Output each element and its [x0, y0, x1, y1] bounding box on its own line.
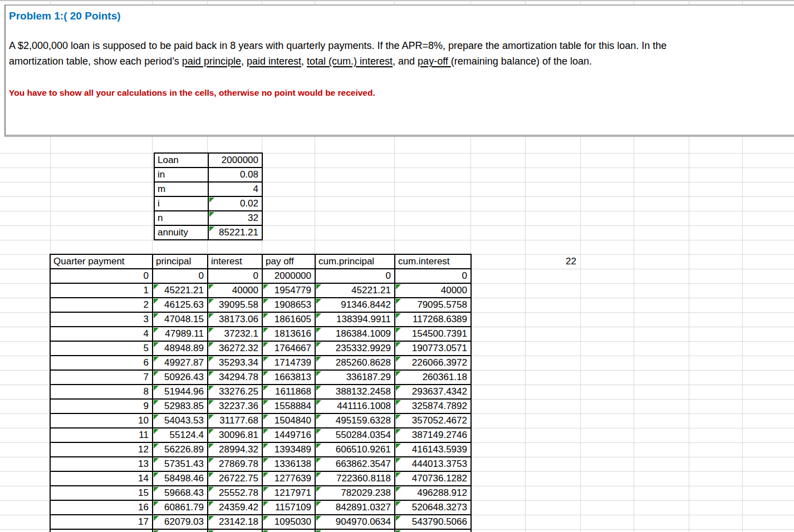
quarter-cell[interactable]: 17 [50, 515, 153, 529]
quarter-cell[interactable]: 11 [50, 428, 153, 442]
value-cell[interactable]: 260361.18 [395, 370, 471, 385]
value-cell[interactable] [315, 529, 395, 532]
value-cell[interactable]: 606510.9261 [315, 442, 395, 457]
value-cell[interactable]: 1813616 [262, 327, 315, 341]
value-cell[interactable]: 1908653 [262, 298, 315, 312]
quarter-cell[interactable]: 14 [50, 471, 153, 486]
value-cell[interactable]: 28994.32 [208, 442, 262, 457]
quarter-cell[interactable]: 4 [50, 327, 153, 341]
value-cell[interactable]: 357052.4672 [395, 413, 471, 428]
quarter-cell[interactable]: 12 [50, 442, 153, 457]
value-cell[interactable]: 1157109 [262, 500, 315, 515]
value-cell[interactable]: 37232.1 [208, 327, 262, 341]
value-cell[interactable]: 39095.58 [208, 298, 262, 312]
value-cell[interactable]: 1095030 [262, 515, 315, 529]
value-cell[interactable]: 663862.3547 [315, 457, 395, 471]
column-header-cell[interactable]: principal [153, 254, 208, 269]
param-value-cell[interactable]: 2000000 [208, 153, 262, 168]
value-cell[interactable] [262, 529, 315, 532]
value-cell[interactable]: 54043.53 [153, 413, 208, 428]
value-cell[interactable]: 1663813 [262, 370, 315, 385]
value-cell[interactable]: 293637.4342 [395, 385, 471, 399]
value-cell[interactable]: 79095.5758 [395, 298, 471, 312]
value-cell[interactable]: 1336138 [262, 457, 315, 471]
value-cell[interactable]: 25552.78 [208, 486, 262, 500]
value-cell[interactable]: 24359.42 [208, 500, 262, 515]
value-cell[interactable]: 520648.3273 [395, 500, 471, 515]
param-label-cell[interactable]: Loan [154, 153, 208, 168]
value-cell[interactable]: 52983.85 [153, 399, 208, 413]
value-cell[interactable]: 35293.34 [208, 356, 262, 370]
value-cell[interactable]: 117268.6389 [395, 312, 471, 327]
value-cell[interactable]: 45221.21 [315, 283, 395, 298]
value-cell[interactable]: 60861.79 [153, 500, 208, 515]
value-cell[interactable]: 1449716 [262, 428, 315, 442]
param-value-cell[interactable]: 32 [208, 211, 262, 225]
param-label-cell[interactable]: in [154, 168, 208, 182]
value-cell[interactable]: 1558884 [262, 399, 315, 413]
value-cell[interactable]: 91346.8442 [315, 298, 395, 312]
value-cell[interactable]: 186384.1009 [315, 327, 395, 341]
value-cell[interactable]: 33276.25 [208, 385, 262, 399]
value-cell[interactable]: 444013.3753 [395, 457, 471, 471]
value-cell[interactable]: 154500.7391 [395, 327, 471, 341]
value-cell[interactable]: 47048.15 [153, 312, 208, 327]
value-cell[interactable]: 27869.78 [208, 457, 262, 471]
value-cell[interactable]: 50926.43 [153, 370, 208, 385]
value-cell[interactable]: 38173.06 [208, 312, 262, 327]
value-cell[interactable]: 30096.81 [208, 428, 262, 442]
value-cell[interactable]: 1954779 [262, 283, 315, 298]
value-cell[interactable]: 496288.912 [395, 486, 471, 500]
param-value-cell[interactable]: 4 [208, 182, 262, 196]
column-header-cell[interactable]: interest [208, 254, 262, 269]
param-label-cell[interactable]: n [154, 211, 208, 225]
value-cell[interactable]: 36272.32 [208, 341, 262, 356]
value-cell[interactable]: 32237.36 [208, 399, 262, 413]
value-cell[interactable]: 842891.0327 [315, 500, 395, 515]
value-cell[interactable]: 416143.5939 [395, 442, 471, 457]
column-header-cell[interactable]: cum.interest [395, 254, 471, 269]
value-cell[interactable]: 2000000 [262, 269, 315, 283]
quarter-cell[interactable]: 6 [50, 356, 153, 370]
value-cell[interactable]: 48948.89 [153, 341, 208, 356]
value-cell[interactable]: 23142.18 [208, 515, 262, 529]
column-header-cell[interactable]: pay off [262, 254, 315, 269]
value-cell[interactable]: 51944.96 [153, 385, 208, 399]
value-cell[interactable]: 1861605 [262, 312, 315, 327]
quarter-cell[interactable]: 10 [50, 413, 153, 428]
value-cell[interactable]: 0 [315, 269, 395, 283]
cell-value-22[interactable]: 22 [525, 254, 580, 269]
param-value-cell[interactable]: 85221.21 [208, 225, 262, 240]
value-cell[interactable]: 56226.89 [153, 442, 208, 457]
value-cell[interactable]: 1611868 [262, 385, 315, 399]
quarter-cell[interactable] [50, 529, 153, 532]
value-cell[interactable]: 49927.87 [153, 356, 208, 370]
value-cell[interactable]: 138394.9911 [315, 312, 395, 327]
quarter-cell[interactable]: 16 [50, 500, 153, 515]
value-cell[interactable]: 0 [208, 269, 262, 283]
value-cell[interactable] [395, 529, 471, 532]
value-cell[interactable]: 1217971 [262, 486, 315, 500]
value-cell[interactable]: 1504840 [262, 413, 315, 428]
value-cell[interactable]: 59668.43 [153, 486, 208, 500]
param-label-cell[interactable]: i [154, 196, 208, 211]
value-cell[interactable]: 325874.7892 [395, 399, 471, 413]
value-cell[interactable]: 34294.78 [208, 370, 262, 385]
quarter-cell[interactable]: 1 [50, 283, 153, 298]
value-cell[interactable]: 40000 [395, 283, 471, 298]
value-cell[interactable]: 1393489 [262, 442, 315, 457]
value-cell[interactable]: 387149.2746 [395, 428, 471, 442]
value-cell[interactable]: 26722.75 [208, 471, 262, 486]
quarter-cell[interactable]: 0 [50, 269, 153, 283]
value-cell[interactable]: 0 [395, 269, 471, 283]
quarter-cell[interactable]: 3 [50, 312, 153, 327]
value-cell[interactable] [208, 529, 262, 532]
param-value-cell[interactable]: 0.08 [208, 168, 262, 182]
quarter-cell[interactable]: 8 [50, 385, 153, 399]
value-cell[interactable]: 904970.0634 [315, 515, 395, 529]
column-header-cell[interactable]: Quarter payment [50, 254, 153, 269]
value-cell[interactable]: 1764667 [262, 341, 315, 356]
quarter-cell[interactable]: 7 [50, 370, 153, 385]
value-cell[interactable]: 285260.8628 [315, 356, 395, 370]
value-cell[interactable]: 722360.8118 [315, 471, 395, 486]
